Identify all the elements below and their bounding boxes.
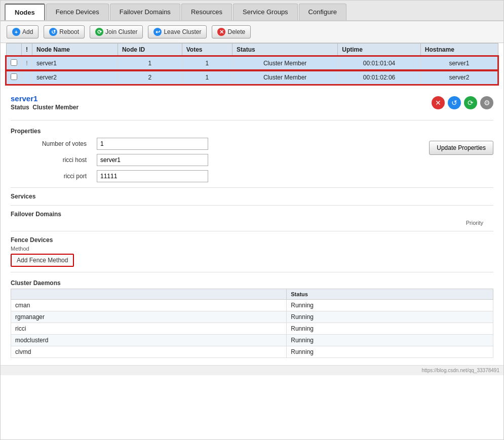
failover-title: Failover Domains xyxy=(11,211,493,218)
leave-cluster-button[interactable]: ↩ Leave Cluster xyxy=(148,25,207,38)
join-cluster-button[interactable]: ⟳ Join Cluster xyxy=(90,25,143,38)
delete-button[interactable]: ✕ Delete xyxy=(212,25,251,38)
node-table: ! Node Name Node ID Votes Status Uptime … xyxy=(6,43,498,85)
tab-resources[interactable]: Resources xyxy=(181,4,232,20)
daemon-row: modclusterd Running xyxy=(11,335,493,346)
row-status: Cluster Member xyxy=(232,70,338,85)
daemon-status: Running xyxy=(287,311,493,323)
detail-status-line: Status Cluster Member xyxy=(11,104,79,111)
row-uptime: 00:01:02:06 xyxy=(338,70,421,85)
ricci-host-label: ricci host xyxy=(11,156,92,164)
detail-node-name: server1 xyxy=(11,94,79,103)
detail-panel: server1 Status Cluster Member ✕ ↺ ⟳ ⚙ Pr… xyxy=(1,87,503,365)
daemon-name: rgmanager xyxy=(11,311,287,323)
row-node-id: 1 xyxy=(118,56,182,70)
col-uptime: Uptime xyxy=(338,44,421,57)
tab-fence-devices[interactable]: Fence Devices xyxy=(46,4,109,20)
col-exclamation: ! xyxy=(22,44,32,57)
daemons-header-row: Status xyxy=(11,289,493,300)
col-checkbox xyxy=(6,44,22,57)
tab-nodes[interactable]: Nodes xyxy=(5,4,45,20)
daemon-row: ricci Running xyxy=(11,323,493,335)
row-status: Cluster Member xyxy=(232,56,338,70)
add-fence-method-button[interactable]: Add Fence Method xyxy=(11,254,74,267)
daemon-name: clvmd xyxy=(11,346,287,358)
detail-refresh-button[interactable]: ↺ xyxy=(448,96,461,109)
properties-section-title: Properties xyxy=(11,128,493,135)
leave-icon: ↩ xyxy=(153,28,162,36)
row-node-id: 2 xyxy=(118,70,182,85)
col-votes: Votes xyxy=(182,44,232,57)
delete-icon: ✕ xyxy=(217,28,225,36)
update-properties-button[interactable]: Update Properties xyxy=(429,141,493,155)
daemon-name: ricci xyxy=(11,323,287,335)
table-row[interactable]: server2 2 1 Cluster Member 00:01:02:06 s… xyxy=(6,70,498,85)
detail-settings-button[interactable]: ⚙ xyxy=(480,96,493,109)
col-node-name: Node Name xyxy=(32,44,118,57)
row-node-name: server1 xyxy=(32,56,118,70)
daemon-row: cman Running xyxy=(11,300,493,311)
ricci-port-label: ricci port xyxy=(11,173,92,180)
daemon-status: Running xyxy=(287,346,493,358)
row-votes: 1 xyxy=(182,70,232,85)
row-node-name: server2 xyxy=(32,70,118,85)
daemon-status: Running xyxy=(287,335,493,346)
tab-failover-domains[interactable]: Failover Domains xyxy=(110,4,180,20)
daemon-status: Running xyxy=(287,300,493,311)
properties-grid: Number of votes ricci host ricci port xyxy=(11,138,208,182)
daemon-row: rgmanager Running xyxy=(11,311,493,323)
table-header-row: ! Node Name Node ID Votes Status Uptime … xyxy=(6,44,498,57)
reboot-icon: ↺ xyxy=(49,28,57,36)
add-button[interactable]: + Add xyxy=(7,25,38,38)
watermark: https://blog.csdn.net/qq_33378491 xyxy=(1,365,503,375)
col-status: Status xyxy=(232,44,338,57)
daemon-name: cman xyxy=(11,300,287,311)
row-checkbox-0[interactable] xyxy=(11,59,17,66)
detail-connect-button[interactable]: ⟳ xyxy=(464,96,477,109)
detail-delete-button[interactable]: ✕ xyxy=(432,96,445,109)
ricci-host-input[interactable] xyxy=(97,154,208,166)
daemon-status: Running xyxy=(287,323,493,335)
row-exclamation xyxy=(22,70,32,85)
tab-service-groups[interactable]: Service Groups xyxy=(233,4,298,20)
row-checkbox-cell[interactable] xyxy=(6,56,22,70)
col-node-id: Node ID xyxy=(118,44,182,57)
row-checkbox-cell[interactable] xyxy=(6,70,22,85)
failover-section: Failover Domains Priority xyxy=(11,211,493,226)
row-exclamation: ! xyxy=(22,56,32,70)
daemon-name: modclusterd xyxy=(11,335,287,346)
daemons-title: Cluster Daemons xyxy=(11,279,493,287)
votes-label: Number of votes xyxy=(11,140,92,147)
services-section: Services xyxy=(11,193,493,200)
row-hostname: server2 xyxy=(420,70,498,85)
ricci-port-input[interactable] xyxy=(97,170,208,182)
toolbar: + Add ↺ Reboot ⟳ Join Cluster ↩ Leave Cl… xyxy=(1,21,503,43)
row-votes: 1 xyxy=(182,56,232,70)
cluster-daemons-section: Cluster Daemons Status cman Running rgma… xyxy=(11,279,493,358)
col-daemon-name xyxy=(11,289,287,300)
failover-priority-col: Priority xyxy=(11,220,493,226)
fence-devices-section: Fence Devices Method Add Fence Method xyxy=(11,236,493,267)
row-uptime: 00:01:01:04 xyxy=(338,56,421,70)
join-icon: ⟳ xyxy=(95,28,103,36)
daemons-table: Status cman Running rgmanager Running ri… xyxy=(11,289,493,358)
node-table-container: ! Node Name Node ID Votes Status Uptime … xyxy=(1,43,503,87)
row-checkbox-1[interactable] xyxy=(11,73,17,80)
services-title: Services xyxy=(11,193,493,200)
daemon-row: clvmd Running xyxy=(11,346,493,358)
fence-devices-title: Fence Devices xyxy=(11,236,493,244)
col-hostname: Hostname xyxy=(420,44,498,57)
row-hostname: server1 xyxy=(420,56,498,70)
table-row[interactable]: ! server1 1 1 Cluster Member 00:01:01:04… xyxy=(6,56,498,70)
add-icon: + xyxy=(12,28,20,36)
tab-configure[interactable]: Configure xyxy=(299,4,346,20)
col-daemon-status: Status xyxy=(287,289,493,300)
votes-input[interactable] xyxy=(97,138,208,150)
reboot-button[interactable]: ↺ Reboot xyxy=(44,25,85,38)
fence-method-label: Method xyxy=(11,246,493,252)
tab-bar: Nodes Fence Devices Failover Domains Res… xyxy=(1,1,503,21)
